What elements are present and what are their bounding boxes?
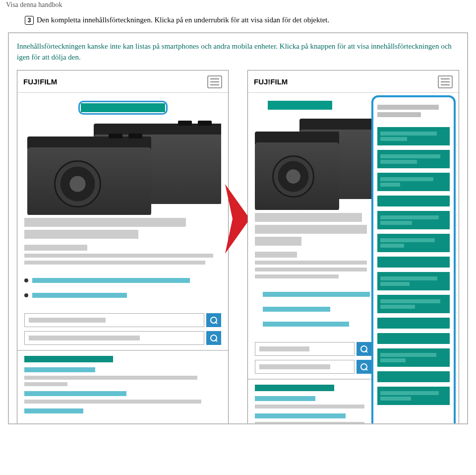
- search-button[interactable]: [206, 313, 221, 327]
- section-heading-placeholder: [255, 385, 334, 391]
- camera-product-image: [255, 116, 371, 210]
- link-item[interactable]: [255, 413, 371, 425]
- toc-item[interactable]: [377, 333, 450, 344]
- toc-item[interactable]: [377, 257, 450, 268]
- toc-item[interactable]: [377, 127, 450, 145]
- svg-marker-0: [225, 184, 250, 254]
- search-button[interactable]: [357, 360, 371, 374]
- menu-icon[interactable]: [438, 75, 453, 88]
- search-input[interactable]: [255, 342, 355, 356]
- fujifilm-logo: FUJ!FILM: [254, 77, 288, 86]
- step-text: Den kompletta innehållsförteckningen. Kl…: [37, 15, 329, 25]
- toc-panel-highlight: [371, 95, 456, 425]
- page-title-highlight: [78, 101, 168, 115]
- toc-item[interactable]: [377, 318, 450, 329]
- text-placeholder: [24, 261, 205, 265]
- search-icon: [360, 363, 367, 370]
- illustration-frame: Innehållsförteckningen kanske inte kan l…: [8, 32, 468, 424]
- text-placeholder: [255, 261, 367, 265]
- toc-item[interactable]: [377, 348, 450, 367]
- search-icon: [210, 335, 217, 341]
- text-placeholder: [24, 245, 87, 251]
- camera-product-image: [24, 121, 221, 215]
- divider: [248, 379, 374, 380]
- text-placeholder: [24, 218, 186, 227]
- toc-item[interactable]: [377, 234, 450, 252]
- search-button[interactable]: [357, 342, 371, 356]
- toc-item[interactable]: [377, 295, 450, 313]
- link-item[interactable]: [255, 396, 371, 408]
- search-icon: [210, 317, 217, 324]
- menu-icon[interactable]: [207, 75, 222, 88]
- text-placeholder: [24, 230, 138, 239]
- link-item[interactable]: [24, 367, 221, 386]
- phone-header: FUJ!FILM: [248, 70, 459, 93]
- toc-item[interactable]: [377, 211, 450, 229]
- toc-item[interactable]: [377, 387, 450, 405]
- list-item: [24, 289, 221, 301]
- mockup-row: FUJ!FILM: [17, 70, 459, 425]
- search-button[interactable]: [206, 331, 221, 345]
- text-placeholder: [255, 237, 301, 246]
- search-input[interactable]: [24, 331, 204, 345]
- phone-header: FUJ!FILM: [17, 70, 228, 93]
- text-placeholder: [24, 254, 213, 258]
- toc-item[interactable]: [377, 173, 450, 191]
- search-icon: [360, 345, 367, 352]
- text-placeholder: [255, 213, 362, 222]
- phone-mockup-right: FUJ!FILM: [247, 70, 459, 425]
- toc-header-placeholder: [377, 112, 421, 117]
- search-row: [255, 342, 371, 356]
- list-item: [24, 274, 221, 286]
- section-heading-placeholder: [24, 356, 113, 362]
- text-placeholder: [255, 274, 339, 278]
- toc-item[interactable]: [377, 371, 450, 382]
- page-title-placeholder: [268, 101, 332, 110]
- toc-header-placeholder: [377, 105, 439, 110]
- search-row: [24, 313, 221, 327]
- list-item: [255, 288, 371, 300]
- illustration-caption: Innehållsförteckningen kanske inte kan l…: [17, 41, 459, 63]
- list-item: [255, 303, 371, 315]
- toc-item[interactable]: [377, 196, 450, 206]
- breadcrumb: Visa denna handbok: [5, 0, 471, 15]
- step-number-badge: 3: [25, 16, 34, 25]
- list-item: [255, 318, 371, 330]
- link-item[interactable]: [24, 391, 221, 404]
- phone-mockup-left: FUJ!FILM: [17, 70, 229, 425]
- intro-block: 3 Den kompletta innehållsförteckningen. …: [25, 15, 471, 25]
- fujifilm-logo: FUJ!FILM: [23, 77, 57, 86]
- text-placeholder: [255, 252, 297, 258]
- divider: [17, 350, 228, 351]
- search-input[interactable]: [255, 360, 355, 374]
- text-placeholder: [255, 225, 367, 234]
- page-title-placeholder: [81, 103, 165, 112]
- toc-item[interactable]: [377, 150, 450, 168]
- link-item[interactable]: [24, 408, 221, 413]
- search-input[interactable]: [24, 313, 204, 327]
- text-placeholder: [255, 268, 367, 271]
- toc-item[interactable]: [377, 272, 450, 290]
